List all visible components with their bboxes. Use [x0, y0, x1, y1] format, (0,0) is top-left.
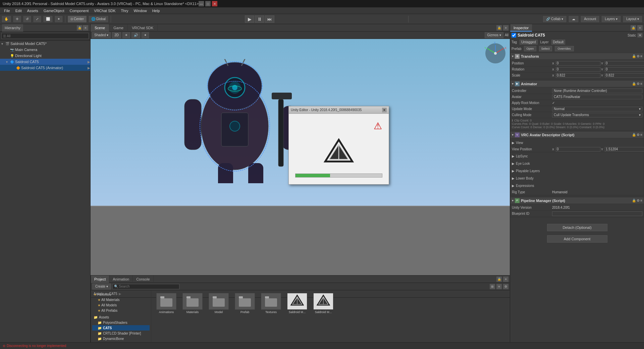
hierarchy-lock-btn[interactable]: 🔒 — [77, 25, 82, 31]
rotation-y-input[interactable] — [605, 67, 644, 72]
sidebar-all-models[interactable]: ★ All Models — [92, 302, 150, 308]
asset-saldroid-m2[interactable]: Saldroid M... — [312, 293, 335, 314]
lighting-btn[interactable]: ☀ — [122, 32, 130, 38]
assets-settings-btn[interactable]: ⚙ — [503, 284, 508, 289]
sidebar-favorites[interactable]: ★ Favorites — [92, 292, 150, 297]
asset-prefab[interactable]: Prefab — [233, 293, 257, 314]
assets-search-input[interactable] — [112, 284, 179, 289]
vrc-settings-icon[interactable]: ⚙ — [637, 133, 640, 137]
vrc-more-icon[interactable]: ≡ — [640, 133, 642, 137]
component-pipeline-header[interactable]: ▾ P Pipeline Manager (Script) 🔒 ⚙ ≡ — [511, 197, 644, 204]
tool-rect[interactable]: ⬜ — [43, 15, 53, 23]
position-x-input[interactable] — [556, 61, 600, 66]
detach-button[interactable]: Detach (Optional) — [547, 224, 607, 231]
maximize-button[interactable]: □ — [205, 1, 211, 6]
menu-component[interactable]: Component — [67, 7, 91, 14]
sidebar-cats[interactable]: 📁 CATS — [92, 325, 150, 331]
tab-game[interactable]: Game — [109, 24, 128, 32]
fx-btn[interactable]: ✦ — [142, 32, 149, 38]
tool-scale[interactable]: ⤢ — [33, 15, 42, 23]
hierarchy-item-camera[interactable]: 📷 Main Camera — [0, 47, 90, 53]
pivot-global[interactable]: 🌐 Global — [88, 15, 109, 23]
tab-inspector[interactable]: Inspector — [510, 24, 532, 32]
select-btn[interactable]: Select — [539, 46, 552, 51]
sidebar-dynamicbone[interactable]: 📁 DynamicBone — [92, 336, 150, 341]
shading-dropdown[interactable]: Shaded ▾ — [92, 32, 111, 38]
sidebar-assets[interactable]: 📁 Assets — [92, 314, 150, 320]
go-enabled-checkbox[interactable] — [512, 33, 516, 38]
animator-more-icon[interactable]: ≡ — [640, 82, 642, 86]
asset-materials[interactable]: Materials — [181, 293, 204, 314]
hierarchy-expand-btn-animator[interactable]: ▶ — [88, 66, 90, 70]
update-mode-dropdown[interactable]: Normal ▾ — [552, 107, 642, 111]
menu-window[interactable]: Window — [131, 7, 150, 14]
tab-scene[interactable]: Scene — [91, 24, 109, 32]
hierarchy-item-light[interactable]: 💡 Directional Light — [0, 53, 90, 59]
menu-vrchat-sdk[interactable]: VRChat SDK — [91, 7, 118, 14]
tool-move[interactable]: ✛ — [13, 15, 21, 23]
menu-assets[interactable]: Assets — [24, 7, 41, 14]
pipeline-more-icon[interactable]: ≡ — [640, 199, 642, 202]
menu-thry[interactable]: Thry — [118, 7, 131, 14]
asset-model[interactable]: Model — [207, 293, 230, 314]
inspector-lock-btn[interactable]: 🔒 — [631, 25, 636, 31]
pivot-center[interactable]: ⊙ Center — [67, 15, 87, 23]
menu-file[interactable]: File — [1, 7, 13, 14]
component-transform-header[interactable]: ▾ ⊕ Transform 🔒 ⚙ ≡ — [511, 53, 644, 60]
view-x-input[interactable] — [556, 147, 600, 152]
layout-button[interactable]: Layout ▾ — [623, 15, 643, 23]
playable-layers-header[interactable]: ▶ Playable Layers — [512, 168, 642, 174]
position-y-input[interactable] — [605, 61, 644, 66]
pipeline-lock-icon[interactable]: 🔒 — [632, 199, 636, 202]
sidebar-crtlcd[interactable]: 📁 CRTLCD Shader [Printer] — [92, 331, 150, 336]
layers-button[interactable]: Layers ▾ — [601, 15, 621, 23]
open-btn[interactable]: Open — [524, 46, 536, 51]
view-section-header[interactable]: ▶ View — [512, 140, 642, 146]
tab-project[interactable]: Project — [91, 276, 109, 283]
play-button[interactable]: ▶ — [245, 15, 254, 23]
add-component-button[interactable]: Add Component — [547, 235, 607, 243]
inspector-more-btn[interactable]: ≡ — [637, 25, 643, 31]
hierarchy-item-scene[interactable]: ▾ 🎬 Saldroid Model CAT5* — [0, 41, 90, 47]
sidebar-all-prefabs[interactable]: ★ All Prefabs — [92, 308, 150, 313]
tab-console[interactable]: Console — [133, 276, 153, 283]
audio-btn[interactable]: 🔊 — [131, 32, 140, 38]
controller-field[interactable]: None (Runtime Animator Controller) — [552, 89, 642, 93]
scene-more-btn[interactable]: ≡ — [503, 25, 508, 31]
hierarchy-more-btn[interactable]: ≡ — [83, 25, 88, 31]
unity-dialog-close[interactable]: ✕ — [382, 108, 387, 112]
asset-animations[interactable]: Animations — [155, 293, 178, 314]
rotation-x-input[interactable] — [556, 67, 600, 72]
menu-edit[interactable]: Edit — [13, 7, 24, 14]
static-dropdown[interactable]: ▾ — [637, 33, 643, 38]
scale-x-input[interactable] — [556, 73, 600, 78]
tab-vrchat-sdk[interactable]: VRChat SDK — [128, 24, 158, 32]
blueprint-id-input[interactable] — [552, 211, 642, 216]
close-button[interactable]: ✕ — [212, 1, 217, 6]
avatar-field[interactable]: CATS FinalAvatar — [552, 95, 642, 99]
hierarchy-expand-btn-cat5[interactable]: ▶ — [88, 60, 90, 64]
create-btn[interactable]: Create ▾ — [92, 284, 111, 290]
step-button[interactable]: ⏭ — [265, 15, 274, 23]
hierarchy-search-input[interactable] — [1, 33, 89, 39]
pause-button[interactable]: ⏸ — [255, 15, 264, 23]
lower-body-header[interactable]: ▶ Lower Body — [512, 175, 642, 181]
animator-settings-icon[interactable]: ⚙ — [637, 82, 640, 86]
tool-rotate[interactable]: ↺ — [23, 15, 32, 23]
lipsync-header[interactable]: ▶ LipSync — [512, 153, 642, 159]
gizmos-btn[interactable]: Gizmos ▾ — [485, 32, 503, 38]
tool-multi[interactable]: ✦ — [54, 15, 63, 23]
sidebar-poiyomi[interactable]: 📁 PoiyomiShaders — [92, 320, 150, 325]
bottom-lock-btn[interactable]: 🔒 — [496, 277, 502, 282]
culling-mode-dropdown[interactable]: Cull Update Transforms ▾ — [552, 113, 642, 117]
transform-lock-icon[interactable]: 🔒 — [632, 54, 636, 58]
scale-y-input[interactable] — [605, 73, 644, 78]
transform-settings-icon[interactable]: ⚙ — [637, 54, 640, 58]
asset-textures[interactable]: Textures — [259, 293, 283, 314]
vrc-lock-icon[interactable]: 🔒 — [632, 133, 636, 137]
layer-value[interactable]: Default — [551, 40, 566, 45]
menu-gameobject[interactable]: GameObject — [41, 7, 67, 14]
component-vrc-avatar-header[interactable]: ▾ V VRC Avatar Descriptor (Script) 🔒 ⚙ ≡ — [511, 132, 644, 138]
sidebar-all-materials[interactable]: ★ All Materials — [92, 297, 150, 302]
transform-more-icon[interactable]: ≡ — [640, 54, 642, 58]
